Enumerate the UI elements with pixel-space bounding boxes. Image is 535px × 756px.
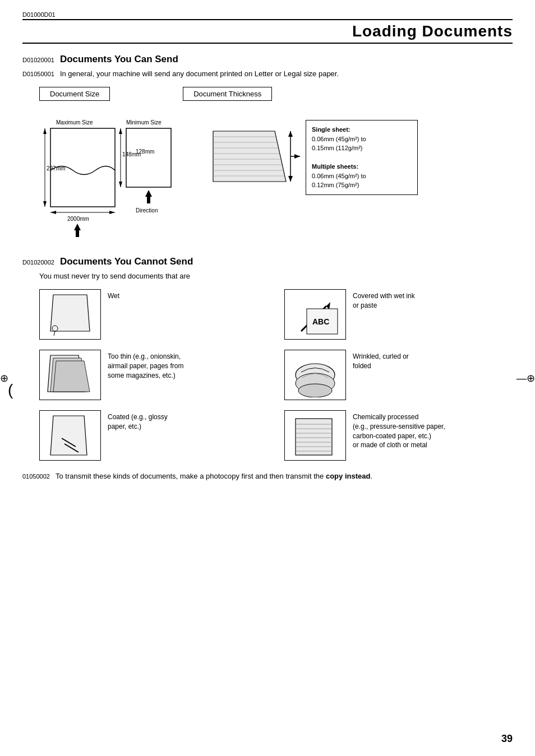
- dim1-label: 297mm: [47, 165, 65, 171]
- doc-thickness-box: Document Thickness: [183, 87, 272, 101]
- footer-code: 01050002: [22, 473, 50, 480]
- chemical-svg: [290, 413, 340, 458]
- cannot-item-ink: ABC Covered with wet inkor paste: [284, 289, 513, 340]
- thin-svg: [45, 353, 95, 397]
- cannot-img-wet: [39, 289, 101, 340]
- cannot-item-thin: Too thin (e.g., onionskin,airmail paper,…: [39, 350, 268, 400]
- single-sheet-label: Single sheet:: [312, 125, 412, 134]
- cannot-label-coated: Coated (e.g., glossypaper, etc.): [108, 410, 168, 432]
- single-max: 0.15mm (112g/m²): [312, 143, 412, 153]
- cannot-label-chemical: Chemically processed(e.g., pressure-sens…: [353, 410, 445, 450]
- svg-marker-28: [294, 154, 300, 159]
- svg-rect-9: [126, 128, 171, 187]
- cannot-label-wrinkled: Wrinkled, curled orfolded: [353, 350, 409, 371]
- section2-heading: D01020002 Documents You Cannot Send: [22, 256, 513, 267]
- doc-thickness-diagram: Single sheet: 0.06mm (45g/m²) to 0.15mm …: [207, 114, 421, 239]
- footer-text: To transmit these kinds of documents, ma…: [56, 472, 372, 480]
- section1-title: Documents You Can Send: [60, 54, 178, 65]
- svg-marker-6: [109, 211, 115, 214]
- top-code: D01000D01: [22, 11, 513, 18]
- cannot-img-thin: [39, 350, 101, 400]
- svg-marker-25: [288, 131, 293, 137]
- cannot-label-ink: Covered with wet inkor paste: [353, 289, 415, 310]
- section1-code: D01020001: [22, 57, 54, 63]
- cannot-img-chemical: [284, 410, 346, 461]
- cannot-img-wrinkled: [284, 350, 346, 400]
- multiple-range: 0.06mm (45g/m²) to: [312, 171, 412, 181]
- diagrams-row: Maximum Size Minimum Size 297mm 2000mm: [39, 114, 513, 239]
- cannot-send-grid: Wet ABC Covered with wet inkor paste: [39, 289, 513, 461]
- section1-heading: D01020001 Documents You Can Send: [22, 54, 513, 65]
- cannot-item-wet: Wet: [39, 289, 268, 340]
- wet-doc-svg: [45, 292, 95, 337]
- svg-marker-5: [50, 211, 56, 214]
- doc-thickness-label: Document Thickness: [183, 87, 272, 101]
- doc-size-diagram: Maximum Size Minimum Size 297mm 2000mm: [39, 114, 196, 239]
- svg-marker-7: [74, 224, 81, 230]
- min-size-label: Minimum Size: [126, 119, 162, 126]
- specs-labels-row: Document Size Document Thickness: [39, 87, 513, 101]
- cannot-item-chemical: Chemically processed(e.g., pressure-sens…: [284, 410, 513, 461]
- cannot-label-wet: Wet: [108, 289, 119, 301]
- cannot-item-wrinkled: Wrinkled, curled orfolded: [284, 350, 513, 400]
- reg-mark-left: ⊕: [0, 372, 8, 384]
- svg-line-31: [54, 331, 55, 336]
- cannot-img-ink: ABC: [284, 289, 346, 340]
- svg-marker-2: [43, 128, 47, 134]
- multiple-sheets-label: Multiple sheets:: [312, 162, 412, 171]
- doc-size-label: Document Size: [39, 87, 110, 101]
- svg-marker-26: [288, 176, 293, 182]
- section2-title: Documents You Cannot Send: [60, 256, 193, 267]
- svg-marker-15: [213, 131, 286, 182]
- multiple-max: 0.12mm (75g/m²): [312, 180, 412, 190]
- cannot-label-thin: Too thin (e.g., onionskin,airmail paper,…: [108, 350, 183, 380]
- ink-svg: ABC: [290, 292, 340, 337]
- page-title: Loading Documents: [352, 22, 513, 40]
- svg-marker-12: [119, 182, 122, 187]
- dim4-label: 2000mm: [67, 216, 89, 222]
- page-number: 39: [501, 733, 513, 745]
- thickness-svg: [207, 114, 300, 204]
- section1-para-text: In general, your machine will send any d…: [60, 69, 339, 78]
- coated-svg: [45, 413, 95, 458]
- section2-code: D01020002: [22, 259, 54, 266]
- svg-rect-8: [76, 230, 79, 237]
- footer-line: 01050002 To transmit these kinds of docu…: [22, 472, 513, 480]
- svg-text:ABC: ABC: [312, 317, 329, 326]
- svg-marker-13: [145, 190, 152, 197]
- wrinkled-svg: [290, 353, 340, 397]
- svg-marker-11: [119, 128, 122, 134]
- direction2-label: Direction: [136, 207, 158, 214]
- page: ⊕ —⊕ ( D01000D01 Loading Documents D0102…: [0, 0, 535, 756]
- section1-para: D01050001 In general, your machine will …: [22, 69, 513, 78]
- header-bar: Loading Documents: [22, 19, 513, 44]
- single-range: 0.06mm (45g/m²) to: [312, 134, 412, 144]
- svg-marker-38: [53, 361, 90, 392]
- cannot-send-para: You must never try to send documents tha…: [39, 272, 513, 280]
- svg-point-41: [298, 384, 332, 397]
- size-svg: Maximum Size Minimum Size 297mm 2000mm: [39, 114, 196, 238]
- reg-mark-right: —⊕: [516, 372, 535, 384]
- section1-para-code: D01050001: [22, 71, 54, 77]
- svg-rect-14: [147, 197, 150, 203]
- doc-size-box: Document Size: [39, 87, 110, 101]
- svg-marker-42: [50, 416, 87, 455]
- dim3-label: 128mm: [136, 149, 154, 155]
- thickness-info-box: Single sheet: 0.06mm (45g/m²) to 0.15mm …: [306, 120, 418, 195]
- cannot-item-coated: Coated (e.g., glossypaper, etc.): [39, 410, 268, 461]
- cannot-img-coated: [39, 410, 101, 461]
- max-size-label: Maximum Size: [56, 119, 93, 126]
- curly-bracket: (: [8, 381, 13, 399]
- svg-marker-3: [43, 201, 47, 207]
